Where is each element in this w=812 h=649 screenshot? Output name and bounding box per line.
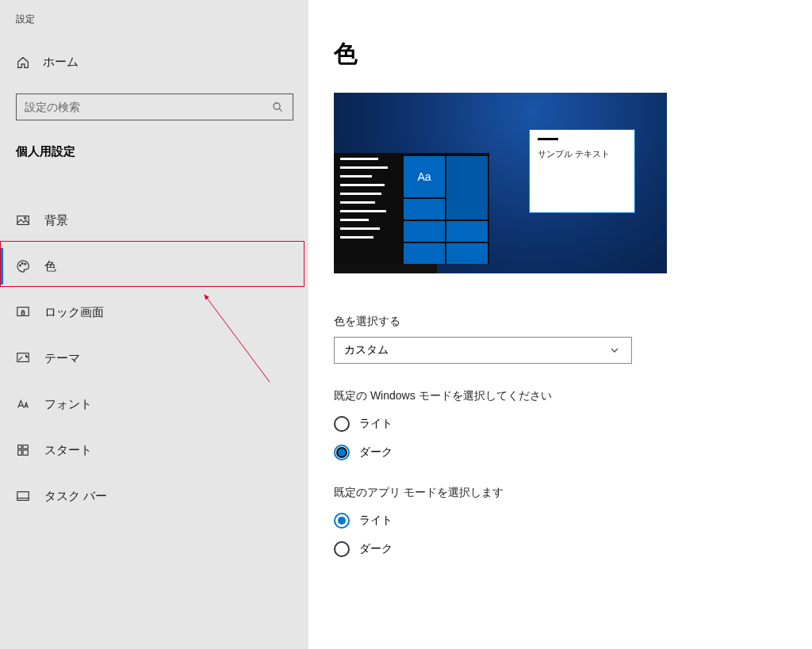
lockscreen-icon xyxy=(16,305,30,319)
nav-label: テーマ xyxy=(44,351,80,366)
nav-label: スタート xyxy=(44,443,92,458)
home-label: ホーム xyxy=(43,55,79,70)
picture-icon xyxy=(16,213,30,227)
preview-taskbar xyxy=(334,264,437,273)
window-title: 設定 xyxy=(0,13,308,31)
radio-label: ダーク xyxy=(359,542,393,556)
preview-window: サンプル テキスト xyxy=(529,129,635,213)
svg-rect-8 xyxy=(21,312,25,315)
nav-item-colors[interactable]: 色 xyxy=(0,243,308,289)
themes-icon xyxy=(16,351,30,365)
nav-item-lockscreen[interactable]: ロック画面 xyxy=(0,289,308,335)
category-header: 個人用設定 xyxy=(0,120,308,167)
chevron-down-icon xyxy=(607,343,622,357)
nav-item-taskbar[interactable]: タスク バー xyxy=(0,473,308,519)
svg-rect-14 xyxy=(23,450,28,455)
preview-tile-aa: Aa xyxy=(404,156,445,197)
windows-mode-dark[interactable]: ダーク xyxy=(334,445,812,460)
search-box[interactable] xyxy=(16,94,293,120)
color-preview-thumbnail: Aa サンプル テキスト xyxy=(334,93,667,273)
choose-color-dropdown[interactable]: カスタム xyxy=(334,337,632,364)
svg-rect-13 xyxy=(18,450,22,455)
radio-icon-checked xyxy=(334,445,350,460)
choose-color-value: カスタム xyxy=(344,343,389,357)
nav-label: 色 xyxy=(44,259,56,274)
svg-rect-12 xyxy=(23,445,28,449)
nav-label: 背景 xyxy=(44,213,68,228)
app-mode-dark[interactable]: ダーク xyxy=(334,541,812,557)
radio-label: ライト xyxy=(359,513,393,528)
svg-point-0 xyxy=(273,102,279,109)
taskbar-icon xyxy=(16,489,30,503)
choose-color-label: 色を選択する xyxy=(334,315,812,329)
svg-point-5 xyxy=(21,263,23,265)
page-title: 色 xyxy=(334,38,812,71)
radio-label: ライト xyxy=(359,417,393,431)
svg-rect-15 xyxy=(17,492,29,501)
fonts-icon xyxy=(16,397,30,411)
settings-main: 色 Aa サンプル テキスト 色を選択する カスタム xyxy=(308,0,812,649)
home-icon xyxy=(16,55,30,70)
preview-startmenu: Aa xyxy=(334,153,489,264)
svg-line-1 xyxy=(279,109,282,111)
palette-icon xyxy=(16,259,30,273)
nav-label: フォント xyxy=(44,397,92,412)
nav-item-background[interactable]: 背景 xyxy=(0,197,308,243)
windows-mode-light[interactable]: ライト xyxy=(334,416,812,432)
radio-icon-checked xyxy=(334,513,350,529)
app-mode-light[interactable]: ライト xyxy=(334,513,812,529)
svg-point-6 xyxy=(25,263,26,265)
svg-line-10 xyxy=(19,357,23,361)
nav-label: タスク バー xyxy=(44,489,107,504)
preview-sample-text: サンプル テキスト xyxy=(538,148,626,160)
settings-sidebar: 設定 ホーム 個人用設定 背景 xyxy=(0,0,308,649)
nav-label: ロック画面 xyxy=(44,305,104,320)
nav-item-start[interactable]: スタート xyxy=(0,427,308,473)
svg-rect-2 xyxy=(17,216,29,225)
search-icon xyxy=(270,100,285,114)
search-input[interactable] xyxy=(25,101,262,113)
svg-point-4 xyxy=(20,265,21,266)
radio-icon xyxy=(334,541,350,557)
app-mode-label: 既定のアプリ モードを選択します xyxy=(334,486,812,500)
home-button[interactable]: ホーム xyxy=(0,31,308,84)
radio-icon xyxy=(334,416,350,432)
svg-point-3 xyxy=(25,217,26,219)
nav-item-fonts[interactable]: フォント xyxy=(0,381,308,427)
svg-rect-11 xyxy=(18,445,22,449)
start-icon xyxy=(16,443,30,457)
radio-label: ダーク xyxy=(359,445,393,460)
windows-mode-label: 既定の Windows モードを選択してください xyxy=(334,389,812,403)
nav-item-themes[interactable]: テーマ xyxy=(0,335,308,381)
